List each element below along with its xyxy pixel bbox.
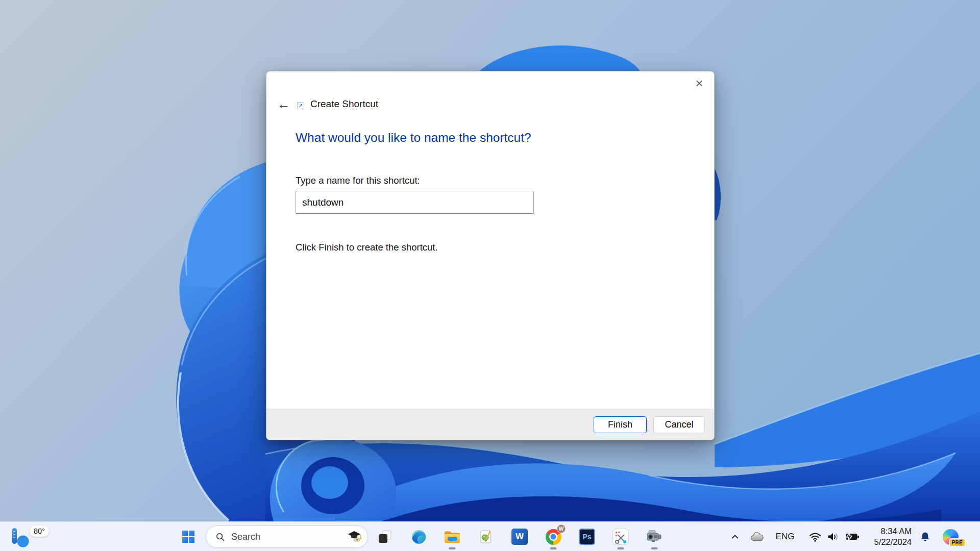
taskbar-center: Search — [177, 522, 671, 551]
tray-time: 8:34 AM — [880, 526, 912, 537]
onedrive-cloud-icon — [750, 531, 764, 542]
dialog-header: ← ↗ Create Shortcut — [274, 94, 378, 114]
search-box[interactable]: Search — [206, 525, 368, 548]
edge-button[interactable] — [404, 523, 433, 550]
running-indicator — [449, 547, 456, 549]
chevron-up-icon — [730, 532, 740, 542]
language-indicator[interactable]: ENG — [769, 525, 801, 548]
running-indicator — [651, 547, 658, 549]
running-indicator — [550, 547, 557, 549]
file-explorer-icon — [444, 529, 461, 544]
notepad-plus-plus-icon — [478, 529, 494, 544]
running-indicator — [618, 547, 624, 549]
finish-note: Click Finish to create the shortcut. — [296, 242, 438, 253]
shortcut-name-label: Type a name for this shortcut: — [296, 175, 420, 186]
create-shortcut-dialog: × ← ↗ Create Shortcut What would you lik… — [266, 71, 715, 440]
file-explorer-button[interactable] — [438, 523, 467, 550]
photoshop-icon: Ps — [579, 529, 595, 545]
microsoft-edge-icon — [411, 529, 427, 545]
dialog-title: Create Shortcut — [310, 98, 378, 110]
chrome-center — [551, 534, 556, 540]
clock[interactable]: 8:34 AM 5/22/2024 — [867, 525, 914, 548]
notifications-button[interactable] — [914, 525, 936, 548]
snipping-tool-icon — [612, 529, 629, 545]
weather-widget[interactable]: 80° — [7, 522, 68, 551]
video-recorder-button[interactable] — [640, 523, 669, 550]
search-highlight-graduation-icon — [347, 530, 362, 543]
snipping-tool-button[interactable] — [606, 523, 635, 550]
wizard-heading: What would you like to name the shortcut… — [296, 131, 531, 145]
tray-overflow-button[interactable] — [725, 525, 745, 548]
tray-date: 5/22/2024 — [874, 537, 912, 547]
copilot-preview-badge: PRE — [949, 538, 966, 547]
volume-icon — [826, 531, 840, 543]
chrome-button[interactable]: W — [539, 523, 568, 550]
system-tray: ENG 8:3 — [725, 522, 965, 551]
notepad-plus-plus-button[interactable] — [472, 523, 500, 550]
shortcut-overlay-icon: ↗ — [297, 102, 304, 109]
taskbar: 80° Search — [0, 521, 980, 551]
word-button[interactable]: W — [505, 523, 534, 550]
cancel-button[interactable]: Cancel — [653, 416, 705, 433]
close-icon[interactable]: × — [690, 74, 709, 92]
windows-logo-icon — [182, 530, 195, 543]
task-view-icon — [377, 529, 393, 545]
copilot-button[interactable]: PRE — [936, 525, 965, 548]
chrome-profile-badge: W — [557, 524, 566, 533]
back-arrow-icon[interactable]: ← — [274, 94, 294, 114]
shortcut-name-input[interactable] — [296, 191, 534, 214]
microsoft-word-icon: W — [511, 529, 528, 545]
video-camera-icon — [646, 530, 663, 544]
search-placeholder: Search — [231, 532, 347, 542]
start-button[interactable] — [177, 523, 200, 550]
dialog-footer: Finish Cancel — [266, 409, 714, 440]
wifi-icon — [808, 531, 822, 543]
scissors-glyph — [613, 529, 628, 544]
finish-button[interactable]: Finish — [594, 416, 647, 433]
task-view-button[interactable] — [371, 523, 399, 550]
battery-charging-icon — [844, 532, 860, 542]
quick-settings-button[interactable] — [801, 525, 867, 548]
temperature-badge: 80° — [30, 525, 49, 537]
notification-bell-icon — [918, 530, 932, 544]
search-icon — [215, 532, 225, 542]
photoshop-button[interactable]: Ps — [573, 523, 601, 550]
onedrive-button[interactable] — [745, 525, 769, 548]
desktop: × ← ↗ Create Shortcut What would you lik… — [0, 0, 980, 551]
